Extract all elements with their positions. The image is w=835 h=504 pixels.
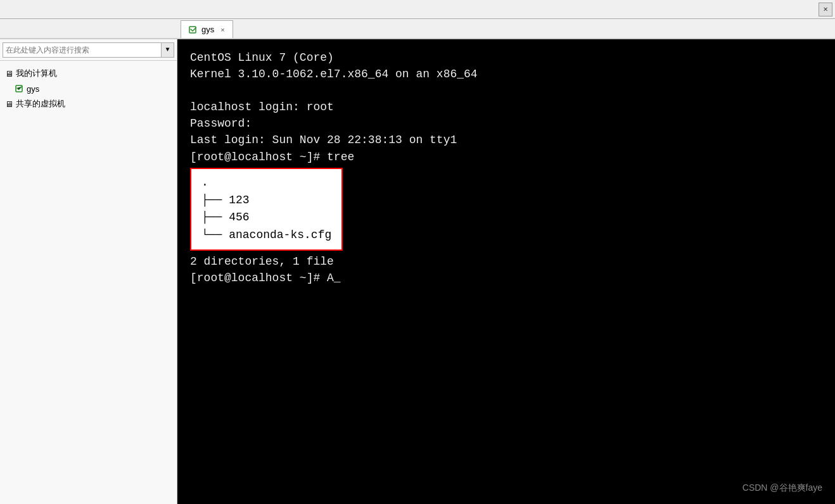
tree-output-line-3: ├── 456 [201,209,331,227]
svg-rect-0 [189,27,196,33]
terminal-line-6: Last login: Sun Nov 28 22:38:13 on tty1 [190,132,822,148]
tree-output-line-1: . [201,174,331,192]
sidebar-item-label: gys [27,84,39,94]
search-input[interactable] [3,42,162,58]
terminal-after-1: 2 directories, 1 file [190,253,822,270]
tab-label: gys [201,25,214,34]
sidebar-item-shared-vm[interactable]: 🖥 共享的虚拟机 [0,96,177,111]
vm-icon [15,84,24,93]
computer-icon: 🖥 [5,69,13,79]
terminal-line-5: Password: [190,115,822,132]
tree-output-line-4: └── anaconda-ks.cfg [201,227,331,244]
terminal-line-7: [root@localhost ~]# tree [190,149,822,165]
tree-output-line-2: ├── 123 [201,192,331,210]
search-bar: ▼ [0,39,177,61]
terminal-line-1: CentOS Linux 7 (Core) [190,49,822,66]
main-layout: ▼ 🖥 我的计算机 gys 🖥 共享的 [0,39,835,504]
tab-bar: gys × [0,19,835,39]
tab-close-button[interactable]: × [220,26,224,34]
tab-icon [189,25,198,34]
sidebar-item-label: 共享的虚拟机 [16,98,65,110]
sidebar-item-my-computer[interactable]: 🖥 我的计算机 [0,66,177,81]
sidebar: ▼ 🖥 我的计算机 gys 🖥 共享的 [0,39,177,504]
terminal[interactable]: CentOS Linux 7 (Core) Kernel 3.10.0-1062… [177,39,835,504]
shared-icon: 🖥 [5,99,13,109]
terminal-after-2: [root@localhost ~]# A_ [190,270,822,286]
terminal-line-3 [190,82,822,99]
tab-gys[interactable]: gys × [181,20,233,38]
watermark: CSDN @谷艳爽faye [743,481,822,494]
tree-output-box: . ├── 123 ├── 456 └── anaconda-ks.cfg [190,168,343,251]
close-button[interactable]: ✕ [819,3,832,16]
sidebar-item-gys[interactable]: gys [0,81,177,96]
terminal-line-4: localhost login: root [190,99,822,115]
search-dropdown-button[interactable]: ▼ [162,42,174,58]
sidebar-item-label: 我的计算机 [16,68,57,79]
terminal-line-2: Kernel 3.10.0-1062.el7.x86_64 on an x86_… [190,66,822,82]
sidebar-tree: 🖥 我的计算机 gys 🖥 共享的虚拟机 [0,61,177,504]
title-bar: ✕ [0,0,835,19]
